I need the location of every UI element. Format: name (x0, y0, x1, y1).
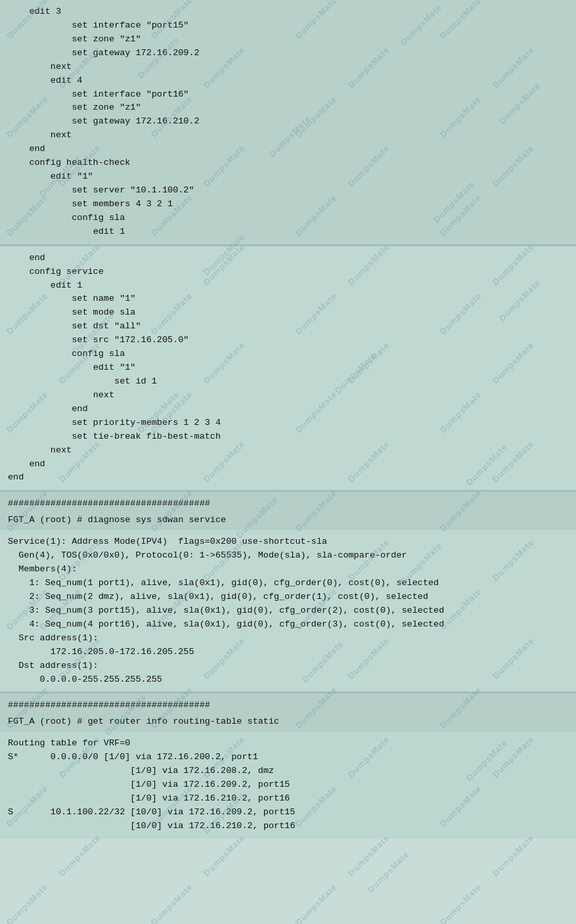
code-block-1: edit 3 set interface "port15" set zone "… (8, 5, 568, 239)
routing-output: Routing table for VRF=0 S* 0.0.0.0/0 [1/… (0, 732, 576, 838)
diagnose-output: Service(1): Address Mode(IPV4) flags=0x2… (0, 530, 576, 693)
hash-divider-1: ###################################### (0, 492, 576, 512)
prompt-routing: FGT_A (root) # get router info routing-t… (0, 714, 576, 732)
section-mid: end config service edit 1 set name "1" s… (0, 246, 576, 493)
section-top: edit 3 set interface "port15" set zone "… (0, 0, 576, 246)
hash-divider-2: ###################################### (0, 693, 576, 714)
section-diagnose: ###################################### F… (0, 492, 576, 693)
code-block-2: end config service edit 1 set name "1" s… (8, 252, 568, 485)
code-block-4: Routing table for VRF=0 S* 0.0.0.0/0 [1/… (8, 737, 568, 833)
section-routing: ###################################### F… (0, 693, 576, 838)
code-block-3: Service(1): Address Mode(IPV4) flags=0x2… (8, 535, 568, 686)
prompt-diagnose: FGT_A (root) # diagnose sys sdwan servic… (0, 512, 576, 530)
